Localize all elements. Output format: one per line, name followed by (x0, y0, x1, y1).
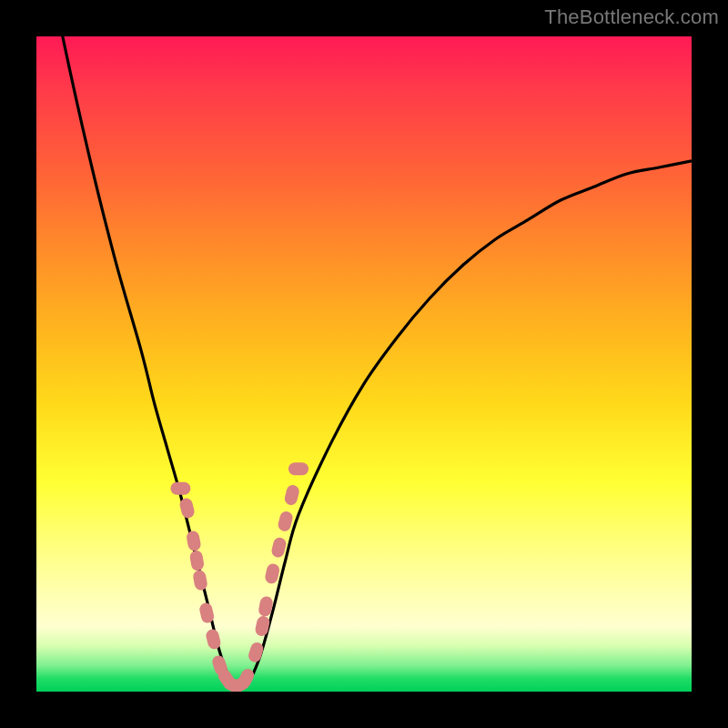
plot-area (36, 36, 692, 692)
svg-rect-4 (192, 569, 208, 591)
svg-rect-19 (288, 462, 308, 475)
svg-rect-3 (189, 550, 205, 571)
curve-marker (288, 462, 308, 475)
svg-rect-12 (247, 641, 265, 663)
curve-marker (247, 641, 265, 663)
curve-marker (186, 530, 202, 551)
curve-marker (264, 562, 280, 585)
curve-marker (270, 536, 288, 559)
curve-marker (254, 615, 270, 637)
curve-marker (283, 484, 300, 507)
svg-rect-16 (270, 536, 288, 559)
watermark-text: TheBottleneck.com (544, 5, 719, 29)
curve-marker (277, 510, 294, 532)
svg-rect-2 (186, 530, 202, 551)
curve-marker (192, 569, 208, 591)
svg-rect-0 (170, 482, 190, 495)
svg-rect-18 (283, 484, 300, 507)
svg-rect-13 (254, 615, 270, 637)
curve-marker (170, 482, 190, 495)
svg-rect-17 (277, 510, 294, 532)
chart-frame: TheBottleneck.com (0, 0, 728, 728)
svg-rect-15 (264, 562, 280, 585)
bottleneck-curve (36, 36, 692, 689)
curve-marker (189, 550, 205, 571)
chart-svg (36, 36, 692, 692)
